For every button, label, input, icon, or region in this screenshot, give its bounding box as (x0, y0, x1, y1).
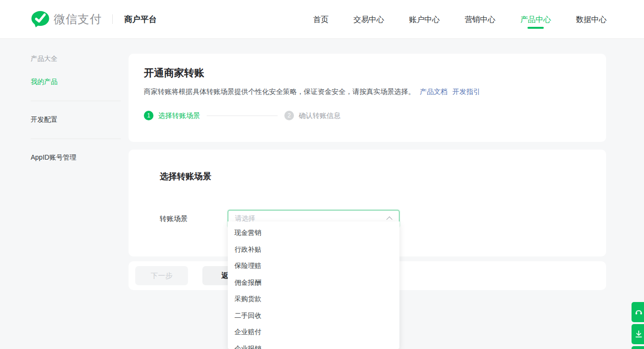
dropdown-option-commission[interactable]: 佣金报酬 (228, 274, 399, 291)
step-connector-line (207, 116, 278, 116)
stepper: 1 选择转账场景 2 确认转账信息 (144, 111, 591, 120)
sidebar-section-title: 产品大全 (31, 54, 121, 70)
sidebar-divider (31, 101, 121, 101)
nav-item-marketing[interactable]: 营销中心 (465, 0, 495, 39)
portal-title: 商户平台 (124, 14, 157, 25)
logo-wordmark: 微信支付 (54, 12, 102, 27)
step-1-label: 选择转账场景 (158, 111, 200, 120)
floating-feedback-button[interactable] (632, 346, 644, 349)
nav-item-data[interactable]: 数据中心 (576, 0, 607, 39)
dropdown-option-insurance-claim[interactable]: 保险理赔 (228, 257, 399, 274)
intro-card: 开通商家转账 商家转账将根据具体转账场景提供个性化安全策略，保证资金安全，请按真… (129, 54, 606, 142)
nav-item-home[interactable]: 首页 (313, 0, 328, 39)
brand-area[interactable]: 微信支付 商户平台 (31, 11, 157, 28)
scenario-dropdown-panel: 现金营销 行政补贴 保险理赔 佣金报酬 采购货款 二手回收 企业赔付 企业报销 (228, 221, 399, 349)
dropdown-option-enterprise-reimbursement[interactable]: 企业报销 (228, 340, 399, 349)
dev-guide-link[interactable]: 开发指引 (453, 88, 480, 95)
nav-item-transactions[interactable]: 交易中心 (353, 0, 384, 39)
dropdown-option-procurement[interactable]: 采购货款 (228, 291, 399, 307)
dropdown-option-admin-subsidy[interactable]: 行政补贴 (228, 241, 399, 258)
top-header: 微信支付 商户平台 首页 交易中心 账户中心 营销中心 产品中心 数据中心 (0, 0, 644, 39)
dropdown-option-secondhand-recycle[interactable]: 二手回收 (228, 307, 399, 324)
sidebar-item-dev-config[interactable]: 开发配置 (31, 108, 121, 132)
brand-divider (112, 14, 113, 24)
step-2-label: 确认转账信息 (299, 111, 340, 120)
main-nav: 首页 交易中心 账户中心 营销中心 产品中心 数据中心 (313, 0, 607, 38)
dropdown-option-enterprise-compensation[interactable]: 企业赔付 (228, 324, 399, 340)
product-doc-link[interactable]: 产品文档 (420, 88, 448, 95)
page-title: 开通商家转账 (144, 66, 591, 80)
floating-customer-service-button[interactable] (632, 302, 644, 322)
nav-item-account[interactable]: 账户中心 (409, 0, 440, 39)
sidebar-item-appid-management[interactable]: AppID账号管理 (31, 146, 121, 170)
sidebar: 产品大全 我的产品 开发配置 AppID账号管理 (31, 54, 121, 170)
customer-service-icon (634, 307, 644, 317)
floating-download-button[interactable] (632, 324, 644, 344)
intro-description-text: 商家转账将根据具体转账场景提供个性化安全策略，保证资金安全，请按真实场景选择。 (144, 88, 415, 95)
next-step-button[interactable]: 下一步 (135, 266, 188, 285)
intro-description: 商家转账将根据具体转账场景提供个性化安全策略，保证资金安全，请按真实场景选择。 … (144, 87, 591, 96)
form-heading: 选择转账场景 (160, 171, 591, 182)
nav-item-products[interactable]: 产品中心 (520, 0, 551, 39)
step-2-circle: 2 (284, 111, 294, 120)
download-icon (634, 329, 644, 339)
step-1-circle: 1 (144, 111, 153, 120)
sidebar-item-my-products[interactable]: 我的产品 (31, 70, 121, 94)
scenario-field-label: 转账场景 (160, 214, 228, 223)
sidebar-divider (31, 139, 121, 139)
dropdown-option-cash-marketing[interactable]: 现金营销 (228, 224, 399, 241)
wechat-pay-logo-icon (31, 11, 50, 28)
